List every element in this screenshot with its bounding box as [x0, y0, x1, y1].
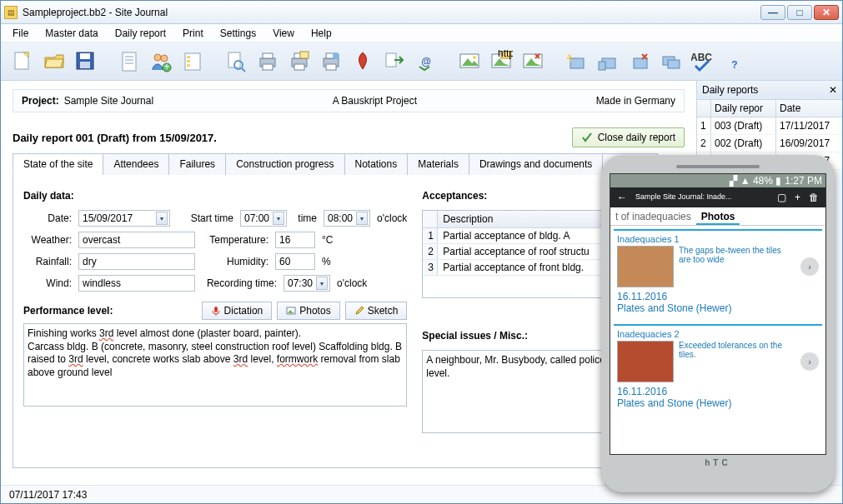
- new-icon[interactable]: [9, 48, 36, 75]
- mic-icon: [211, 306, 221, 316]
- svg-rect-44: [599, 62, 605, 70]
- sketch-button[interactable]: Sketch: [345, 302, 408, 320]
- side-title: Daily reports: [702, 84, 758, 96]
- col-description: Description: [438, 211, 605, 227]
- list-item[interactable]: 2002 (Draft)16/09/2017: [697, 135, 842, 152]
- wizard3-icon[interactable]: [658, 48, 685, 75]
- open-icon[interactable]: [41, 48, 68, 75]
- phone-app-title: Sample Site Journal: Inade...: [635, 193, 769, 202]
- temperature-field[interactable]: [275, 232, 315, 248]
- dictation-button[interactable]: Dictation: [202, 302, 273, 320]
- wind-label: Wind:: [23, 277, 72, 289]
- tab-drawings[interactable]: Drawings and documents: [469, 153, 603, 175]
- print2-icon[interactable]: [286, 48, 313, 75]
- check-icon: [581, 132, 593, 143]
- list-icon[interactable]: [179, 48, 206, 75]
- photos-button[interactable]: Photos: [277, 302, 339, 320]
- close-daily-report-button[interactable]: Close daily report: [572, 127, 685, 147]
- start-time-field[interactable]: 07:00▾: [240, 210, 287, 227]
- phone-list-item[interactable]: Inadequacies 2 Exceeded tolerances on th…: [614, 324, 822, 414]
- side-close-icon[interactable]: ✕: [829, 84, 837, 96]
- report-icon[interactable]: [116, 48, 143, 75]
- svg-rect-21: [263, 53, 273, 58]
- phone-list-item[interactable]: Inadequacies 1 The gaps be-tween the til…: [614, 229, 822, 319]
- phone-thumbnail: [617, 246, 674, 287]
- menu-daily-report[interactable]: Daily report: [108, 26, 173, 41]
- svg-point-35: [473, 56, 476, 59]
- wizard2-icon[interactable]: [595, 48, 621, 75]
- svg-rect-4: [80, 62, 90, 68]
- phone-tab-photos[interactable]: Photos: [696, 207, 740, 225]
- email-icon[interactable]: @: [413, 48, 439, 75]
- menu-view[interactable]: View: [266, 26, 301, 41]
- trash-icon[interactable]: 🗑: [809, 192, 819, 203]
- menu-master-data[interactable]: Master data: [38, 26, 104, 41]
- save-icon[interactable]: [73, 48, 99, 75]
- image3-icon[interactable]: [519, 48, 546, 75]
- maximize-button[interactable]: □: [787, 5, 812, 20]
- close-button[interactable]: ✕: [814, 5, 839, 20]
- minimize-button[interactable]: —: [760, 5, 785, 20]
- list-item[interactable]: 1003 (Draft)17/11/2017: [697, 117, 842, 135]
- preview-icon[interactable]: [223, 48, 249, 75]
- project-value: Sample Site Journal: [64, 95, 153, 107]
- back-icon[interactable]: ←: [617, 192, 627, 203]
- performance-label: Performance level:: [23, 305, 113, 317]
- camera-icon[interactable]: ▢: [777, 192, 786, 203]
- date-label: Date:: [23, 212, 72, 224]
- print3-icon[interactable]: [318, 48, 344, 75]
- add-icon[interactable]: +: [795, 192, 800, 203]
- date-field[interactable]: 15/09/2017▾: [78, 210, 170, 227]
- weather-field[interactable]: [78, 232, 195, 248]
- svg-text:?: ?: [731, 59, 737, 71]
- tab-state[interactable]: State of the site: [13, 153, 103, 175]
- svg-rect-15: [187, 60, 190, 62]
- wizard-del-icon[interactable]: [626, 48, 653, 75]
- temperature-label: Temperature:: [202, 234, 268, 246]
- project-right: Made in Germany: [596, 95, 675, 107]
- svg-rect-22: [263, 64, 273, 70]
- image-web-icon[interactable]: http: [488, 48, 514, 75]
- wizard1-icon[interactable]: [563, 48, 590, 75]
- start-time-label: Start time: [177, 212, 233, 224]
- wind-field[interactable]: [78, 275, 195, 292]
- help-icon[interactable]: ?: [721, 48, 748, 75]
- tab-materials[interactable]: Materials: [407, 153, 469, 175]
- rainfall-label: Rainfall:: [23, 256, 72, 267]
- spellcheck-icon[interactable]: ABC: [690, 48, 716, 75]
- performance-textarea[interactable]: Finishing works 3rd level almost done (p…: [23, 323, 407, 407]
- phone-item-desc: The gaps be-tween the tiles are too wide: [679, 246, 795, 264]
- time-label: time: [294, 212, 317, 224]
- tab-construction[interactable]: Construction progress: [225, 153, 344, 175]
- svg-rect-45: [634, 58, 647, 68]
- tab-failures[interactable]: Failures: [168, 153, 226, 175]
- phone-brand: hTC: [610, 458, 826, 467]
- rainfall-field[interactable]: [78, 253, 195, 270]
- pdf-icon[interactable]: [349, 48, 376, 75]
- phone-item-title: Inadequacies 2: [617, 329, 819, 339]
- menu-help[interactable]: Help: [304, 26, 339, 41]
- image1-icon[interactable]: [456, 48, 483, 75]
- users-icon[interactable]: +: [148, 48, 174, 75]
- chevron-right-icon[interactable]: ›: [800, 352, 819, 371]
- recording-time-field[interactable]: 07:30▾: [284, 275, 330, 292]
- export-icon[interactable]: [381, 48, 408, 75]
- menu-file[interactable]: File: [6, 26, 35, 41]
- phone-item-desc: Exceeded tolerances on the tiles.: [679, 341, 795, 359]
- chevron-right-icon[interactable]: ›: [800, 257, 819, 276]
- svg-text:@: @: [421, 56, 431, 67]
- report-header: Daily report 001 (Draft) from 15/09/2017…: [13, 132, 217, 144]
- menu-settings[interactable]: Settings: [213, 26, 263, 41]
- phone-mockup: ▞ ▲ 48% ▮1:27 PM ← Sample Site Journal: …: [601, 155, 835, 492]
- menu-print[interactable]: Print: [176, 26, 210, 41]
- pencil-icon: [354, 306, 364, 316]
- end-time-field[interactable]: 08:00▾: [324, 210, 370, 227]
- tab-attendees[interactable]: Attendees: [103, 153, 169, 175]
- svg-rect-29: [326, 64, 336, 70]
- phone-item-title: Inadequacies 1: [617, 234, 819, 244]
- tab-notations[interactable]: Notations: [344, 153, 409, 175]
- print-icon[interactable]: [254, 48, 281, 75]
- svg-rect-14: [187, 56, 190, 58]
- humidity-field[interactable]: [275, 253, 315, 270]
- phone-tab-inadequacies[interactable]: t of inadequacies: [610, 207, 696, 225]
